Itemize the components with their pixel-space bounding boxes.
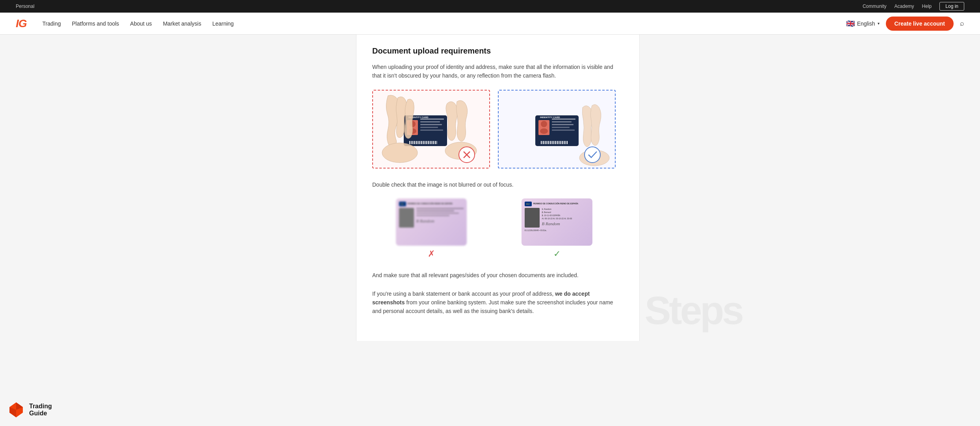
sidebar-left <box>254 35 356 341</box>
svg-rect-44 <box>552 119 575 120</box>
intro-paragraph: When uploading your proof of identity an… <box>372 63 616 80</box>
chevron-down-icon: ▾ <box>878 21 880 26</box>
nav-links: Trading Platforms and tools About us Mar… <box>43 20 234 27</box>
all-pages-paragraph: And make sure that all relevant pages/si… <box>372 271 616 280</box>
top-bar: Personal Community Academy Help Log in <box>0 0 980 13</box>
community-link[interactable]: Community <box>863 4 887 9</box>
bank-statement-paragraph: If you're using a bank statement or bank… <box>372 289 616 316</box>
nav-market[interactable]: Market analysis <box>163 20 201 27</box>
svg-rect-47 <box>552 127 570 128</box>
nav-about[interactable]: About us <box>130 20 152 27</box>
svg-rect-4 <box>420 119 444 120</box>
svg-rect-45 <box>552 121 572 122</box>
svg-rect-48 <box>552 130 575 131</box>
top-bar-right: Community Academy Help Log in <box>863 2 964 11</box>
page-title: Document upload requirements <box>372 46 616 56</box>
svg-point-42 <box>541 121 547 127</box>
hands-illustration-container: INDENTITY CARD <box>372 90 616 169</box>
account-type-label: Personal <box>16 4 34 9</box>
svg-point-35 <box>382 143 418 163</box>
blurry-id-container: EU PERMISO DE CONDUCCIÓN REINO DE ESPAÑA… <box>372 198 490 259</box>
focus-illustration-container: EU PERMISO DE CONDUCCIÓN REINO DE ESPAÑA… <box>372 198 616 259</box>
good-mark: ✓ <box>553 249 561 259</box>
academy-link[interactable]: Academy <box>895 4 914 9</box>
svg-rect-8 <box>420 130 443 131</box>
bad-hands-svg: INDENTITY CARD <box>376 92 486 167</box>
nav-trading[interactable]: Trading <box>43 20 61 27</box>
flag-icon: 🇬🇧 <box>846 19 855 28</box>
search-icon: ⌕ <box>960 19 964 27</box>
nav-right: 🇬🇧 English ▾ Create live account ⌕ <box>846 17 964 31</box>
sidebar-right: Steps <box>640 35 726 341</box>
bank-statement-prefix: If you're using a bank statement or bank… <box>372 291 555 297</box>
focus-paragraph: Double check that the image is not blurr… <box>372 180 616 189</box>
ig-logo[interactable]: IG <box>16 17 27 30</box>
svg-text:INDENTITY CARD: INDENTITY CARD <box>540 116 560 119</box>
create-account-button[interactable]: Create live account <box>886 17 954 31</box>
clear-id-container: EU PERMISO DE CONDUCCIÓN REINO DE ESPAÑA… <box>498 198 616 259</box>
clear-id-card: EU PERMISO DE CONDUCCIÓN REINO DE ESPAÑA… <box>522 198 592 246</box>
svg-rect-46 <box>552 124 574 125</box>
bad-mark: ✗ <box>428 249 435 259</box>
language-selector[interactable]: 🇬🇧 English ▾ <box>846 19 880 28</box>
svg-point-43 <box>540 128 548 134</box>
svg-rect-7 <box>420 127 438 128</box>
help-link[interactable]: Help <box>922 4 932 9</box>
svg-rect-6 <box>420 124 442 125</box>
search-button[interactable]: ⌕ <box>960 19 964 28</box>
good-upload-example: INDENTITY CARD <box>498 90 616 169</box>
nav-platforms[interactable]: Platforms and tools <box>72 20 119 27</box>
good-hands-svg: INDENTITY CARD <box>502 92 612 167</box>
watermark: Steps <box>645 288 742 333</box>
nav-learning[interactable]: Learning <box>212 20 234 27</box>
bad-upload-example: INDENTITY CARD <box>372 90 490 169</box>
main-layout: Document upload requirements When upload… <box>254 35 726 341</box>
svg-rect-5 <box>420 121 440 122</box>
main-nav: IG Trading Platforms and tools About us … <box>0 13 980 35</box>
bank-statement-suffix: from your online banking system. Just ma… <box>372 299 613 314</box>
content-area: Document upload requirements When upload… <box>356 35 640 341</box>
svg-point-75 <box>585 147 600 163</box>
login-button[interactable]: Log in <box>939 2 964 11</box>
blurry-id-card: EU PERMISO DE CONDUCCIÓN REINO DE ESPAÑA… <box>396 198 467 246</box>
language-label: English <box>857 20 875 27</box>
nav-left: IG Trading Platforms and tools About us … <box>16 17 234 30</box>
